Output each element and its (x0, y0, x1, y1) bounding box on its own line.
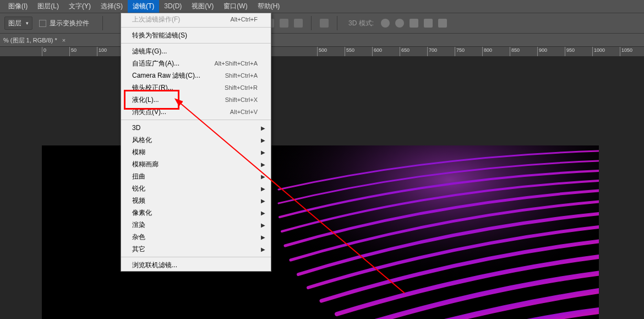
close-icon[interactable]: × (62, 37, 66, 44)
menu-help[interactable]: 帮助(H) (253, 0, 285, 13)
filter-dropdown-menu: 上次滤镜操作(F) Alt+Ctrl+F 转换为智能滤镜(S) 滤镜库(G)..… (121, 13, 271, 272)
layer-select-dropdown[interactable]: 图层 ▾ (4, 17, 32, 30)
menu-browse-online-filters[interactable]: 浏览联机滤镜... (121, 259, 271, 271)
submenu-blur[interactable]: 模糊▶ (121, 146, 271, 158)
submenu-noise[interactable]: 杂色▶ (121, 231, 271, 243)
checkbox-icon (39, 20, 46, 27)
menu-vanishing-point[interactable]: 消失点(V)... Alt+Ctrl+V (121, 106, 271, 118)
3d-roll-icon[interactable] (395, 19, 404, 28)
submenu-arrow-icon: ▶ (261, 174, 265, 180)
horizontal-ruler: 0501001502005005506006507007508008509009… (0, 46, 644, 57)
menu-select[interactable]: 选择(S) (96, 0, 128, 13)
submenu-arrow-icon: ▶ (261, 210, 265, 216)
3d-pan-icon[interactable] (410, 19, 418, 28)
submenu-arrow-icon: ▶ (261, 186, 265, 192)
document-tab-bar: % (图层 1, RGB/8) * × (0, 34, 71, 46)
align-icon[interactable] (294, 19, 303, 28)
menu-convert-smart-filter[interactable]: 转换为智能滤镜(S) (121, 29, 271, 41)
menu-last-filter[interactable]: 上次滤镜操作(F) Alt+Ctrl+F (121, 13, 271, 25)
submenu-3d[interactable]: 3D▶ (121, 122, 271, 134)
menu-window[interactable]: 窗口(W) (219, 0, 252, 13)
menu-3d[interactable]: 3D(D) (159, 0, 187, 13)
submenu-arrow-icon: ▶ (261, 125, 265, 131)
submenu-render[interactable]: 渲染▶ (121, 219, 271, 231)
submenu-other[interactable]: 其它▶ (121, 243, 271, 255)
separator (337, 16, 337, 30)
document-tab[interactable]: % (图层 1, RGB/8) * × (0, 34, 71, 46)
menubar: 图像(I) 图层(L) 文字(Y) 选择(S) 滤镜(T) 3D(D) 视图(V… (0, 0, 644, 13)
distribute-icon[interactable] (320, 19, 329, 28)
submenu-stylize[interactable]: 风格化▶ (121, 134, 271, 146)
menu-image[interactable]: 图像(I) (3, 0, 32, 13)
menu-filter-gallery[interactable]: 滤镜库(G)... (121, 45, 271, 57)
submenu-arrow-icon: ▶ (261, 246, 265, 252)
document-tab-title: % (图层 1, RGB/8) * (3, 37, 57, 44)
menu-layer[interactable]: 图层(L) (32, 0, 64, 13)
3d-orbit-icon[interactable] (381, 19, 390, 28)
separator (311, 16, 312, 30)
submenu-arrow-icon: ▶ (261, 149, 265, 155)
submenu-arrow-icon: ▶ (261, 222, 265, 228)
separator (102, 16, 103, 30)
show-transform-label: 显示变换控件 (50, 19, 89, 28)
options-bar: 图层 ▾ 显示变换控件 3D 模式: (0, 13, 644, 34)
submenu-pixelate[interactable]: 像素化▶ (121, 207, 271, 219)
submenu-distort[interactable]: 扭曲▶ (121, 170, 271, 182)
menu-camera-raw-filter[interactable]: Camera Raw 滤镜(C)... Shift+Ctrl+A (121, 69, 271, 82)
submenu-arrow-icon: ▶ (261, 198, 265, 204)
menu-liquify[interactable]: 液化(L)... Shift+Ctrl+X (121, 94, 271, 106)
menu-lens-correction[interactable]: 镜头校正(R)... Shift+Ctrl+R (121, 82, 271, 94)
menu-text[interactable]: 文字(Y) (64, 0, 96, 13)
svg-rect-0 (268, 145, 599, 319)
menu-adaptive-wide-angle[interactable]: 自适应广角(A)... Alt+Shift+Ctrl+A (121, 57, 271, 69)
submenu-sharpen[interactable]: 锐化▶ (121, 182, 271, 194)
submenu-blur-gallery[interactable]: 模糊画廊▶ (121, 158, 271, 170)
3d-slide-icon[interactable] (424, 19, 433, 28)
submenu-arrow-icon: ▶ (261, 137, 265, 143)
show-transform-checkbox[interactable]: 显示变换控件 (39, 19, 89, 28)
layer-select-label: 图层 (8, 19, 21, 28)
3d-camera-icon[interactable] (438, 19, 447, 28)
menu-filter[interactable]: 滤镜(T) (128, 0, 159, 13)
submenu-arrow-icon: ▶ (261, 234, 265, 240)
submenu-video[interactable]: 视频▶ (121, 194, 271, 207)
menu-view[interactable]: 视图(V) (187, 0, 219, 13)
3d-mode-label: 3D 模式: (348, 19, 374, 28)
chevron-down-icon: ▾ (26, 20, 29, 26)
submenu-arrow-icon: ▶ (261, 161, 265, 167)
align-icon[interactable] (280, 19, 288, 28)
